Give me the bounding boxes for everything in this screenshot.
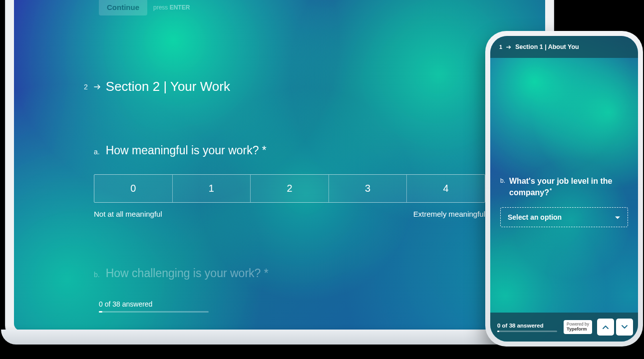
- phone-question: b. What's your job level in the company?…: [500, 176, 628, 227]
- section-header: 2 Section 2 | Your Work: [84, 79, 230, 94]
- rating-option-4[interactable]: 4: [407, 175, 485, 202]
- nav-up-button[interactable]: [597, 319, 614, 336]
- laptop-base: [1, 330, 558, 345]
- section-number: 1: [499, 44, 502, 50]
- progress-text: 0 of 38 answered: [497, 323, 564, 329]
- question-letter: b.: [94, 271, 100, 279]
- continue-row: Continue press ENTER: [99, 0, 190, 15]
- question-text: How challenging is your work? *: [106, 267, 269, 280]
- progress-indicator: 0 of 38 answered: [497, 323, 564, 332]
- laptop-frame: Continue press ENTER 2 Section 2 | Your …: [5, 0, 554, 340]
- arrow-right-icon: [94, 84, 101, 90]
- section-number: 2: [84, 83, 88, 91]
- rating-max-label: Extremely meaningful: [413, 210, 485, 218]
- progress-text: 0 of 38 answered: [99, 300, 152, 308]
- select-placeholder: Select an option: [508, 213, 562, 221]
- continue-button[interactable]: Continue: [99, 0, 147, 15]
- rating-option-0[interactable]: 0: [94, 175, 173, 202]
- rating-option-1[interactable]: 1: [173, 175, 251, 202]
- laptop-device: Continue press ENTER 2 Section 2 | Your …: [5, 0, 554, 340]
- rating-min-label: Not at all meaningful: [94, 210, 162, 218]
- phone-section-header: 1 Section 1 | About You: [490, 36, 638, 58]
- job-level-select[interactable]: Select an option: [500, 207, 628, 227]
- powered-by-badge[interactable]: Powered byTypeform: [564, 320, 592, 334]
- question-letter: b.: [500, 177, 505, 184]
- progress-bar: [497, 331, 557, 332]
- question-text: What's your job level in the company?*: [509, 176, 628, 198]
- section-title: Section 2 | Your Work: [106, 79, 230, 94]
- rating-scale-labels: Not at all meaningful Extremely meaningf…: [94, 210, 485, 218]
- phone-screen: 1 Section 1 | About You b. What's your j…: [490, 36, 638, 342]
- caret-down-icon: [615, 213, 621, 221]
- question-a: a. How meaningful is your work? * 0 1 2 …: [94, 144, 485, 218]
- laptop-screen: Continue press ENTER 2 Section 2 | Your …: [14, 0, 545, 331]
- question-text: How meaningful is your work? *: [106, 144, 267, 157]
- rating-option-3[interactable]: 3: [329, 175, 407, 202]
- question-b: b. How challenging is your work? *: [94, 267, 485, 280]
- phone-device: 1 Section 1 | About You b. What's your j…: [485, 31, 643, 347]
- rating-option-2[interactable]: 2: [251, 175, 329, 202]
- phone-footer: 0 of 38 answered Powered byTypeform: [490, 313, 638, 342]
- rating-scale: 0 1 2 3 4: [94, 174, 485, 203]
- press-enter-hint: press ENTER: [153, 4, 190, 11]
- arrow-right-icon: [506, 45, 511, 49]
- section-title: Section 1 | About You: [515, 43, 579, 50]
- progress-indicator: 0 of 38 answered: [99, 300, 209, 313]
- question-letter: a.: [94, 148, 100, 156]
- progress-bar: [99, 311, 209, 313]
- nav-down-button[interactable]: [616, 319, 633, 336]
